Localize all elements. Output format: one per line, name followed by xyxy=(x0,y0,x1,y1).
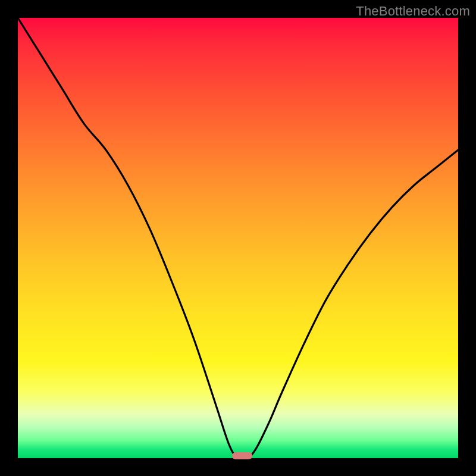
bottleneck-curve xyxy=(18,18,458,458)
optimum-marker xyxy=(232,452,252,459)
watermark-text: TheBottleneck.com xyxy=(356,4,470,19)
plot-area xyxy=(18,18,458,458)
chart-frame: TheBottleneck.com xyxy=(0,0,476,476)
